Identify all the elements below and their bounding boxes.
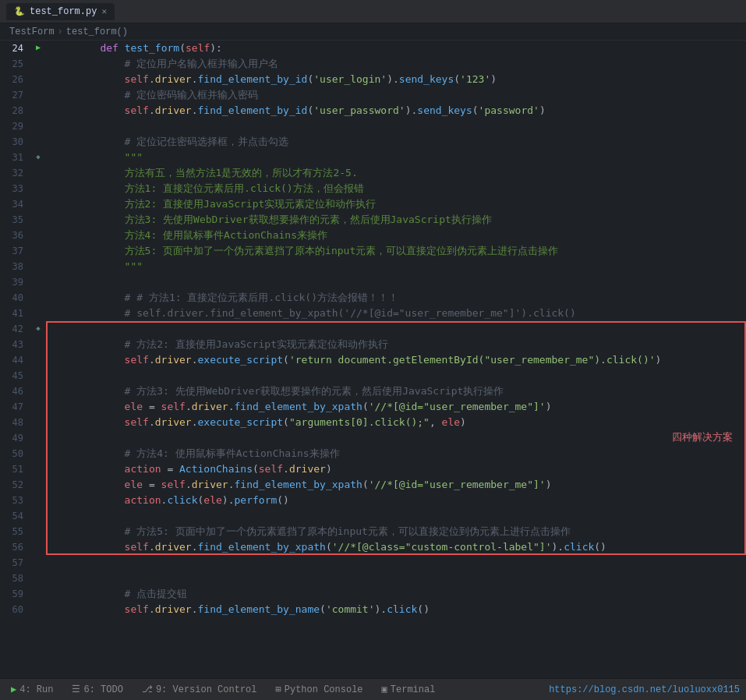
- tab-label: test_form.py: [30, 6, 97, 17]
- line-row: 28self.driver.find_element_by_id('user_p…: [0, 103, 746, 118]
- python-console-label: Python Console: [285, 684, 363, 695]
- breadcrumb: TestForm › test_form(): [0, 23, 746, 41]
- line-row: 50# 方法4: 使用鼠标事件ActionChains来操作: [0, 446, 746, 461]
- line-row: 42◆: [0, 321, 746, 337]
- bookmark-gutter-icon: ◆: [36, 321, 40, 337]
- git-icon: ⎇: [142, 684, 153, 695]
- line-row: 34方法2: 直接使用JavaScript实现元素定位和动作执行: [0, 196, 746, 212]
- line-row: 33方法1: 直接定位元素后用.click()方法，但会报错: [0, 181, 746, 196]
- line-row: 51action = ActionChains(self.driver): [0, 461, 746, 477]
- tab-close-button[interactable]: ✕: [101, 6, 107, 16]
- line-row: 49: [0, 430, 746, 446]
- line-row: 47ele = self.driver.find_element_by_xpat…: [0, 399, 746, 415]
- todo-label: 6: TODO: [83, 684, 122, 695]
- bookmark-gutter-icon: ◆: [36, 150, 40, 165]
- breadcrumb-class[interactable]: TestForm: [9, 27, 55, 37]
- line-row: 45: [0, 368, 746, 384]
- cmd-icon: ▣: [382, 684, 387, 695]
- line-row: 35方法3: 先使用WebDriver获取想要操作的元素，然后使用JavaScr…: [0, 212, 746, 228]
- line-row: 53action.click(ele).perform(): [0, 493, 746, 508]
- terminal-label: Terminal: [391, 684, 436, 695]
- editor-area: 24▶def test_form(self):25# 定位用户名输入框并输入用户…: [0, 41, 746, 678]
- version-label: 9: Version Control: [156, 684, 257, 695]
- line-row: 48self.driver.execute_script("arguments[…: [0, 415, 746, 430]
- list-icon: ☰: [72, 684, 80, 695]
- line-row: 27# 定位密码输入框并输入密码: [0, 87, 746, 103]
- line-row: 30# 定位记住密码选择框，并点击勾选: [0, 134, 746, 150]
- line-row: 31◆""": [0, 150, 746, 165]
- line-row: 52ele = self.driver.find_element_by_xpat…: [0, 477, 746, 493]
- line-row: 60self.driver.find_element_by_name('comm…: [0, 602, 746, 617]
- line-row: 37方法5: 页面中加了一个伪元素遮挡了原本的input元素，可以直接定位到伪元…: [0, 243, 746, 259]
- url-text: https://blog.csdn.net/luoluoxx0115: [549, 684, 740, 695]
- run-label: 4: Run: [19, 684, 53, 695]
- run-gutter-icon: ▶: [36, 41, 41, 56]
- line-row: 55# 方法5: 页面中加了一个伪元素遮挡了原本的input元素，可以直接定位到…: [0, 524, 746, 539]
- line-row: 29: [0, 118, 746, 134]
- code-editor[interactable]: 24▶def test_form(self):25# 定位用户名输入框并输入用户…: [0, 41, 746, 678]
- file-tab[interactable]: 🐍 test_form.py ✕: [6, 3, 115, 20]
- line-row: 39: [0, 274, 746, 290]
- python-file-icon: 🐍: [14, 6, 25, 16]
- line-row: 43# 方法2: 直接使用JavaScript实现元素定位和动作执行: [0, 337, 746, 352]
- breadcrumb-method[interactable]: test_form(): [66, 27, 128, 37]
- line-row: 59# 点击提交钮: [0, 586, 746, 602]
- line-row: 26self.driver.find_element_by_id('user_l…: [0, 72, 746, 87]
- todo-status-item[interactable]: ☰ 6: TODO: [67, 682, 127, 697]
- line-row: 24▶def test_form(self):: [0, 41, 746, 56]
- python-console-item[interactable]: ⊞ Python Console: [271, 682, 368, 697]
- line-row: 38""": [0, 259, 746, 274]
- line-row: 40# # 方法1: 直接定位元素后用.click()方法会报错！！！: [0, 290, 746, 306]
- run-icon: ▶: [11, 684, 16, 695]
- terminal-icon: ⊞: [276, 684, 281, 695]
- breadcrumb-separator: ›: [58, 27, 63, 37]
- line-row: 32方法有五，当然方法1是无效的，所以才有方法2-5.: [0, 165, 746, 181]
- line-row: 56self.driver.find_element_by_xpath('//*…: [0, 539, 746, 555]
- terminal-item[interactable]: ▣ Terminal: [377, 682, 440, 697]
- run-status-item[interactable]: ▶ 4: Run: [6, 682, 58, 697]
- line-row: 58: [0, 571, 746, 586]
- url-display: https://blog.csdn.net/luoluoxx0115: [549, 684, 740, 695]
- line-row: 36方法4: 使用鼠标事件ActionChains来操作: [0, 228, 746, 243]
- title-bar: 🐍 test_form.py ✕: [0, 0, 746, 23]
- version-control-item[interactable]: ⎇ 9: Version Control: [137, 682, 262, 697]
- line-row: 25# 定位用户名输入框并输入用户名: [0, 56, 746, 72]
- line-row: 46# 方法3: 先使用WebDriver获取想要操作的元素，然后使用JavaS…: [0, 384, 746, 399]
- line-row: 57: [0, 555, 746, 571]
- line-row: 41# self.driver.find_element_by_xpath('/…: [0, 306, 746, 321]
- status-bar: ▶ 4: Run ☰ 6: TODO ⎇ 9: Version Control …: [0, 678, 746, 700]
- line-row: 44self.driver.execute_script('return doc…: [0, 352, 746, 368]
- line-row: 54: [0, 508, 746, 524]
